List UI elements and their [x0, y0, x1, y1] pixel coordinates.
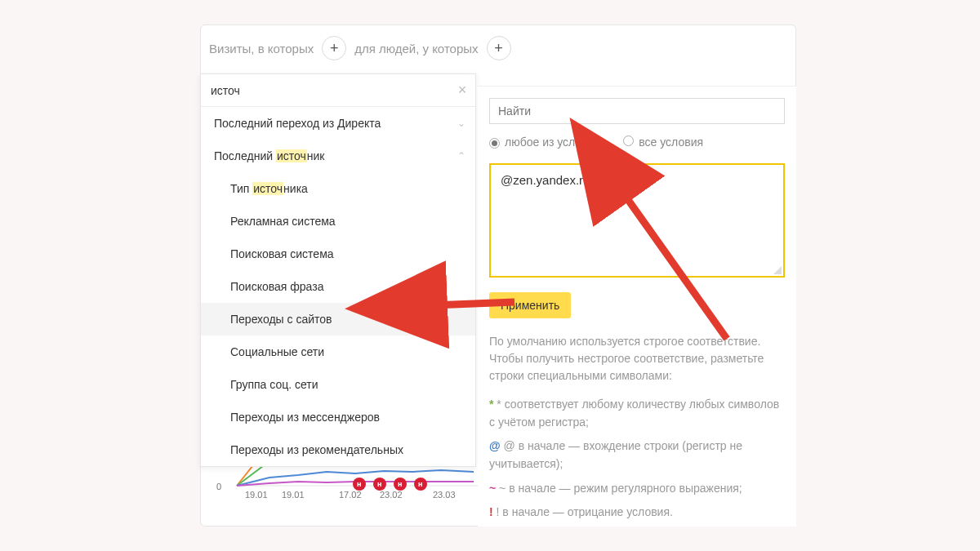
sub-adsys-label: Рекламная система [230, 215, 336, 228]
sub-type-label: Тип источника [230, 182, 308, 195]
help-star: * * соответствует любому количеству любы… [489, 396, 785, 431]
apply-button[interactable]: Применить [489, 292, 571, 318]
filter-config-panel: любое из условий все условия @zen.yandex… [478, 86, 796, 527]
sub-group[interactable]: Группа соц. сети [201, 368, 475, 401]
sub-search-label: Поисковая система [230, 247, 334, 260]
textarea-value: @zen.yandex.ru [501, 173, 590, 187]
chart-zero-label: 0 [216, 482, 221, 491]
sub-social-label: Социальные сети [230, 345, 324, 358]
chevron-up-icon [457, 150, 466, 162]
sub-type[interactable]: Тип источника [201, 172, 475, 205]
help-exc: ! ! в начале — отрицание условия. [489, 504, 785, 522]
clear-search-icon[interactable]: × [449, 82, 475, 99]
sub-mess-label: Переходы из мессенджеров [230, 411, 380, 424]
sub-recom-label: Переходы из рекомендательных [230, 443, 403, 456]
radio-all[interactable]: все условия [623, 136, 703, 149]
cat-last-source[interactable]: Последний источник [201, 140, 475, 172]
cat-direct-label: Последний переход из Директа [214, 117, 381, 130]
values-textarea[interactable]: @zen.yandex.ru [489, 163, 785, 278]
sub-adsys[interactable]: Рекламная система [201, 205, 475, 238]
add-people-filter-button[interactable]: + [487, 36, 511, 60]
sub-sites-label: Переходы с сайтов [230, 313, 332, 326]
sub-mess[interactable]: Переходы из мессенджеров [201, 401, 475, 433]
source-dropdown: × Последний переход из Директа Последний… [200, 73, 476, 467]
resize-handle-icon[interactable] [773, 266, 782, 274]
search-row: × [201, 74, 475, 107]
sub-group-label: Группа соц. сети [230, 378, 318, 391]
search-input[interactable] [201, 84, 449, 97]
help-at: @ @ в начале — вхождение строки (регистр… [489, 438, 785, 473]
condition-mode-row: любое из условий все условия [489, 136, 785, 149]
sub-social[interactable]: Социальные сети [201, 335, 475, 368]
cat-direct[interactable]: Последний переход из Директа [201, 107, 475, 140]
radio-on-icon [489, 138, 500, 149]
add-visit-filter-button[interactable]: + [322, 36, 346, 60]
visits-label: Визиты, в которых [209, 42, 314, 56]
sub-search[interactable]: Поисковая система [201, 238, 475, 270]
help-text: По умолчанию используется строгое соотве… [489, 333, 785, 384]
chevron-down-icon [457, 118, 466, 129]
sub-phrase-label: Поисковая фраза [230, 280, 323, 293]
cat-last-label: Последний источник [214, 149, 324, 162]
sub-phrase[interactable]: Поисковая фраза [201, 270, 475, 303]
help-tilde: ~ ~ в начале — режим регулярного выражен… [489, 480, 785, 498]
radio-off-icon [623, 136, 634, 146]
people-label: для людей, у которых [354, 42, 478, 56]
sub-sites[interactable]: Переходы с сайтов [201, 303, 475, 335]
radio-any[interactable]: любое из условий [489, 136, 600, 149]
filter-bar: Визиты, в которых + для людей, у которых… [209, 32, 787, 64]
help-list: * * соответствует любому количеству любы… [489, 396, 785, 522]
sub-recom[interactable]: Переходы из рекомендательных [201, 433, 475, 466]
find-input[interactable] [489, 98, 785, 124]
